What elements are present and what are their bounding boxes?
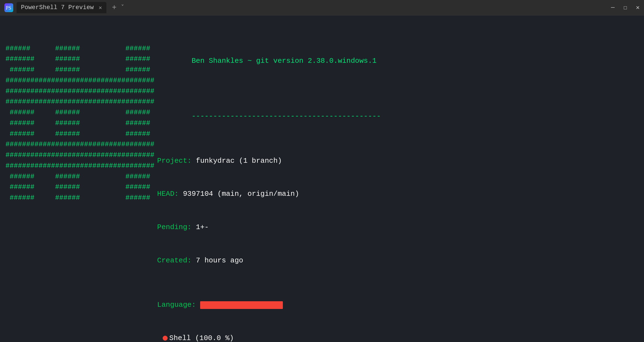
git-title-line: Ben Shankles ~ git version 2.38.0.window…: [157, 44, 381, 78]
project-row: Project: funkydrac (1 branch): [157, 155, 381, 166]
ascii-art: ###### ###### ###### ####### ###### ####…: [6, 22, 154, 342]
pending-row: Pending: 1+-: [157, 222, 381, 233]
pending-label: Pending:: [157, 222, 192, 233]
window-close-button[interactable]: ✕: [636, 4, 640, 11]
project-label: Project:: [157, 155, 192, 166]
maximize-button[interactable]: ☐: [624, 4, 627, 11]
minimize-button[interactable]: —: [611, 4, 615, 11]
window-controls: — ☐ ✕: [611, 4, 640, 11]
tab-label: PowerShell 7 Preview: [21, 4, 94, 11]
head-row: HEAD: 9397104 (main, origin/main): [157, 188, 381, 199]
separator-line: ----------------------------------------…: [157, 100, 381, 133]
git-title: Ben Shankles ~ git version 2.38.0.window…: [192, 57, 377, 65]
separator: ----------------------------------------…: [192, 112, 381, 120]
language-label: Language:: [157, 299, 196, 310]
svg-text:PS: PS: [6, 5, 11, 11]
pending-value: 1+-: [196, 222, 209, 233]
project-value: funkydrac (1 branch): [196, 155, 282, 166]
language-value: Shell (100.0 %): [169, 333, 234, 342]
terminal-area: ###### ###### ###### ####### ###### ####…: [0, 15, 644, 342]
head-value: 9397104 (main, origin/main): [183, 188, 299, 199]
head-label: HEAD:: [157, 188, 179, 199]
art-lines: ###### ###### ###### ####### ###### ####…: [6, 44, 154, 203]
tab-close-button[interactable]: ✕: [99, 4, 102, 11]
language-bar: [200, 301, 283, 309]
titlebar: PS PowerShell 7 Preview ✕ + ˅ — ☐ ✕: [0, 0, 644, 15]
created-value: 7 hours ago: [196, 255, 243, 266]
terminal-content: ###### ###### ###### ####### ###### ####…: [6, 22, 635, 342]
app-icon: PS: [4, 3, 13, 12]
tab-dropdown-button[interactable]: ˅: [121, 4, 124, 11]
active-tab[interactable]: PowerShell 7 Preview ✕: [17, 2, 106, 13]
created-label: Created:: [157, 255, 192, 266]
language-detail-row: Shell (100.0 %): [157, 333, 381, 342]
created-row: Created: 7 hours ago: [157, 255, 381, 266]
language-row: Language:: [157, 299, 381, 310]
info-block: Ben Shankles ~ git version 2.38.0.window…: [154, 22, 381, 342]
new-tab-button[interactable]: +: [112, 3, 117, 12]
lang-dot-icon: [163, 336, 168, 341]
